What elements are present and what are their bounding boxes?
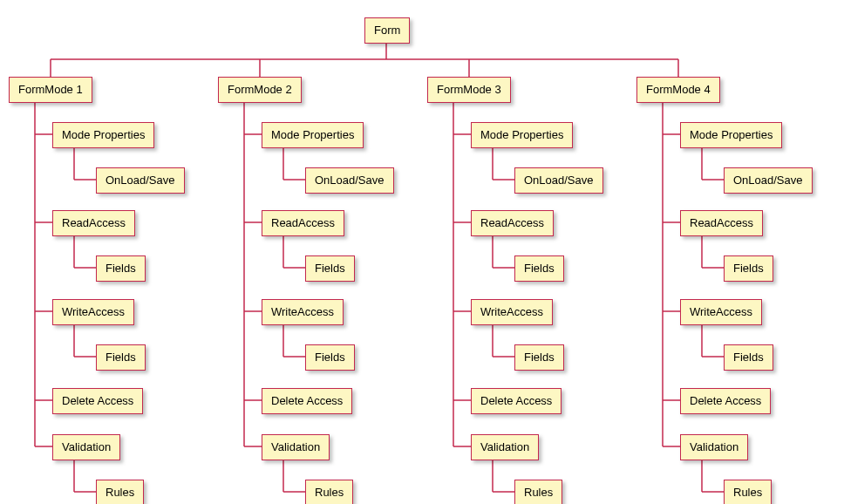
- mode-1-child-3-sub: Fields: [96, 344, 146, 371]
- mode-2-child-2: ReadAccess: [262, 210, 344, 236]
- mode-1-child-1-sub: OnLoad/Save: [96, 167, 185, 194]
- mode-1-child-4: Delete Access: [52, 388, 143, 414]
- mode-4: FormMode 4: [636, 77, 720, 103]
- mode-4-child-1: Mode Properties: [680, 122, 782, 148]
- mode-3-child-1: Mode Properties: [471, 122, 573, 148]
- mode-3-child-1-sub: OnLoad/Save: [514, 167, 603, 194]
- diagram-canvas: FormFormMode 1Mode PropertiesOnLoad/Save…: [0, 0, 844, 504]
- mode-4-child-2: ReadAccess: [680, 210, 763, 236]
- mode-2-child-1-sub: OnLoad/Save: [305, 167, 394, 194]
- mode-2-child-5-sub: Rules: [305, 480, 353, 504]
- mode-1-child-2-sub: Fields: [96, 255, 146, 282]
- mode-2-child-4: Delete Access: [262, 388, 352, 414]
- mode-2: FormMode 2: [218, 77, 302, 103]
- mode-1-child-1: Mode Properties: [52, 122, 154, 148]
- root-node: Form: [364, 17, 410, 44]
- mode-3-child-2-sub: Fields: [514, 255, 564, 282]
- mode-3: FormMode 3: [427, 77, 511, 103]
- mode-1-child-5: Validation: [52, 434, 120, 460]
- mode-3-child-2: ReadAccess: [471, 210, 554, 236]
- mode-4-child-3: WriteAccess: [680, 299, 762, 325]
- mode-4-child-1-sub: OnLoad/Save: [724, 167, 813, 194]
- mode-1-child-3: WriteAccess: [52, 299, 134, 325]
- mode-2-child-3-sub: Fields: [305, 344, 355, 371]
- mode-1-child-5-sub: Rules: [96, 480, 144, 504]
- mode-3-child-5: Validation: [471, 434, 539, 460]
- mode-4-child-5-sub: Rules: [724, 480, 772, 504]
- mode-2-child-2-sub: Fields: [305, 255, 355, 282]
- mode-3-child-3-sub: Fields: [514, 344, 564, 371]
- mode-2-child-3: WriteAccess: [262, 299, 344, 325]
- mode-4-child-4: Delete Access: [680, 388, 771, 414]
- mode-1-child-2: ReadAccess: [52, 210, 135, 236]
- mode-2-child-5: Validation: [262, 434, 330, 460]
- mode-3-child-4: Delete Access: [471, 388, 562, 414]
- mode-2-child-1: Mode Properties: [262, 122, 364, 148]
- mode-4-child-5: Validation: [680, 434, 748, 460]
- mode-1: FormMode 1: [9, 77, 92, 103]
- mode-3-child-5-sub: Rules: [514, 480, 562, 504]
- mode-3-child-3: WriteAccess: [471, 299, 553, 325]
- connectors-layer: [0, 0, 844, 504]
- mode-4-child-3-sub: Fields: [724, 344, 773, 371]
- mode-4-child-2-sub: Fields: [724, 255, 773, 282]
